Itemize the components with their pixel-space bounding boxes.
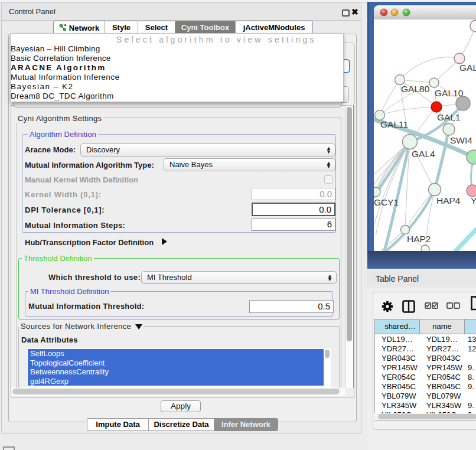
svg-text:HAP4: HAP4 [436,195,461,206]
svg-text:HAP2: HAP2 [407,234,431,244]
svg-text:GAL4: GAL4 [412,149,435,159]
svg-text:GAL11: GAL11 [380,119,408,129]
svg-text:GAL1: GAL1 [437,112,461,122]
svg-text:GAL7: GAL7 [459,63,476,73]
svg-text:SWI4: SWI4 [450,135,472,145]
svg-text:Y: Y [471,195,476,206]
svg-text:GAL10: GAL10 [435,88,464,98]
svg-text:GCY1: GCY1 [374,197,399,207]
svg-text:GAL80: GAL80 [401,84,430,94]
